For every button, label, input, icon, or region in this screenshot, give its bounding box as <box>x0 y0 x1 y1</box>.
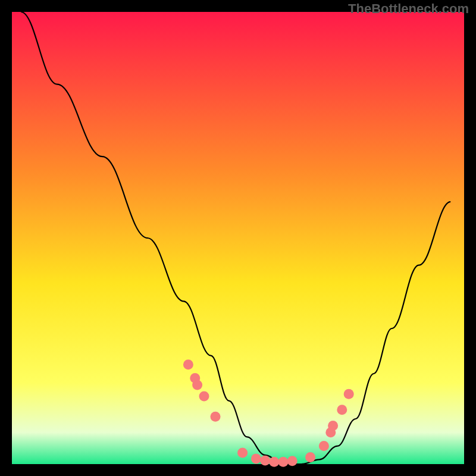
marker-point <box>251 453 261 464</box>
marker-point <box>237 448 248 458</box>
bottleneck-chart <box>0 0 476 476</box>
marker-point <box>183 359 193 369</box>
marker-point <box>269 457 279 467</box>
marker-point <box>337 405 347 415</box>
marker-point <box>192 380 202 390</box>
marker-point <box>328 421 338 431</box>
watermark-text: TheBottleneck.com <box>348 1 469 17</box>
marker-point <box>344 389 354 399</box>
marker-point <box>199 392 209 402</box>
marker-point <box>278 457 289 467</box>
marker-point <box>319 441 329 451</box>
marker-point <box>260 455 270 465</box>
marker-point <box>211 412 221 422</box>
marker-point <box>287 456 298 466</box>
chart-svg <box>0 0 476 476</box>
gradient-background <box>12 12 464 464</box>
marker-point <box>305 452 315 462</box>
